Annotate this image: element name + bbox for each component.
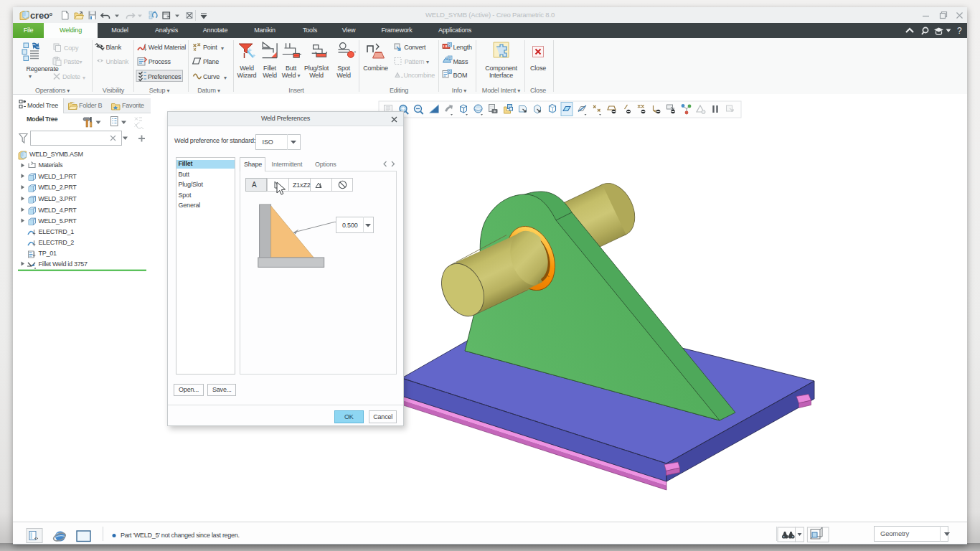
svg-text:0: 0: [449, 56, 451, 60]
svg-text:creoo: creoo: [30, 10, 52, 21]
svg-text:0: 0: [448, 70, 451, 74]
svg-text:0: 0: [448, 42, 451, 47]
svg-text:?: ?: [957, 26, 962, 36]
